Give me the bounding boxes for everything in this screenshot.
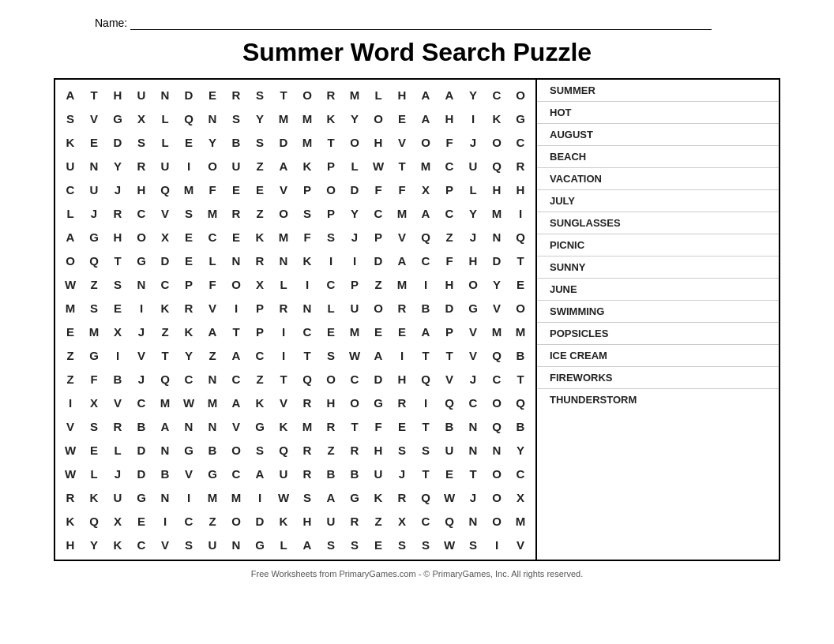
grid-cell: B xyxy=(414,296,438,320)
grid-cell: J xyxy=(82,201,106,225)
grid-cell: I xyxy=(390,343,414,367)
grid-cell: W xyxy=(343,343,366,367)
grid-cell: E xyxy=(82,438,106,462)
grid-cell: U xyxy=(438,438,461,462)
grid-cell: F xyxy=(438,249,461,272)
grid-cell: W xyxy=(58,462,82,485)
grid-cell: I xyxy=(485,533,509,556)
grid-cell: K xyxy=(106,533,130,556)
grid-cell: U xyxy=(82,178,106,201)
grid-cell: Z xyxy=(82,272,106,296)
grid-cell: E xyxy=(390,414,414,438)
grid-cell: K xyxy=(272,414,295,438)
grid-cell: S xyxy=(248,83,272,107)
grid-cell: N xyxy=(130,272,153,296)
word-item: JUNE xyxy=(537,279,779,301)
grid-cell: B xyxy=(130,414,153,438)
grid-cell: N xyxy=(272,249,295,272)
grid-cell: M xyxy=(485,201,509,225)
grid-cell: S xyxy=(414,438,438,462)
grid-cell: Q xyxy=(414,367,438,391)
word-item: POPSICLES xyxy=(537,323,779,345)
grid-cell: O xyxy=(272,201,295,225)
grid-cell: O xyxy=(319,367,343,391)
grid-cell: X xyxy=(153,225,177,249)
grid-cell: B xyxy=(224,130,248,154)
grid-cell: G xyxy=(130,485,153,509)
grid-cell: V xyxy=(82,107,106,130)
footer-text: Free Worksheets from PrimaryGames.com - … xyxy=(251,569,584,578)
grid-cell: V xyxy=(106,391,130,414)
grid-cell: K xyxy=(177,320,201,343)
grid-cell: E xyxy=(130,509,153,533)
word-item: JULY xyxy=(537,190,779,212)
grid-cell: S xyxy=(390,438,414,462)
grid-cell: S xyxy=(177,533,201,556)
grid-cell: Q xyxy=(177,107,201,130)
grid-cell: T xyxy=(272,83,295,107)
grid-cell: Z xyxy=(58,343,82,367)
grid-cell: N xyxy=(201,367,224,391)
grid-cell: T xyxy=(414,414,438,438)
grid-cell: X xyxy=(509,485,532,509)
grid-cell: H xyxy=(461,249,485,272)
grid-cell: D xyxy=(106,130,130,154)
grid-cell: H xyxy=(106,225,130,249)
grid-cell: C xyxy=(485,367,509,391)
grid-cell: R xyxy=(295,438,319,462)
grid-cell: S xyxy=(319,533,343,556)
grid-cell: K xyxy=(295,154,319,178)
grid-cell: I xyxy=(343,249,366,272)
grid-cell: M xyxy=(272,107,295,130)
grid-cell: F xyxy=(82,367,106,391)
grid-cell: M xyxy=(390,201,414,225)
grid-cell: N xyxy=(295,296,319,320)
grid-cell: G xyxy=(343,485,366,509)
grid-cell: A xyxy=(224,391,248,414)
grid-cell: L xyxy=(272,272,295,296)
grid-cell: M xyxy=(390,272,414,296)
grid-cell: E xyxy=(366,320,390,343)
grid-cell: H xyxy=(319,391,343,414)
grid-cell: I xyxy=(130,296,153,320)
grid-cell: J xyxy=(106,462,130,485)
grid-cell: G xyxy=(509,107,532,130)
grid-cell: E xyxy=(248,178,272,201)
grid-cell: S xyxy=(106,272,130,296)
grid-cell: B xyxy=(509,414,532,438)
grid-cell: O xyxy=(224,438,248,462)
grid-cell: S xyxy=(248,130,272,154)
grid-cell: D xyxy=(153,249,177,272)
puzzle-container: ATHUNDERSTORMLHAAYCOSVGXLQNSYMMKYOEAHIKG… xyxy=(54,78,780,561)
grid-cell: W xyxy=(366,154,390,178)
grid-cell: N xyxy=(177,414,201,438)
word-item: SWIMMING xyxy=(537,301,779,323)
grid-cell: A xyxy=(390,249,414,272)
grid-cell: D xyxy=(177,83,201,107)
grid-cell: J xyxy=(461,130,485,154)
grid-cell: A xyxy=(58,83,82,107)
grid-cell: R xyxy=(343,509,366,533)
grid-cell: Y xyxy=(177,343,201,367)
grid-cell: T xyxy=(82,83,106,107)
grid-cell: I xyxy=(414,272,438,296)
grid-cell: M xyxy=(272,225,295,249)
grid-cell: D xyxy=(343,178,366,201)
grid-cell: C xyxy=(177,367,201,391)
grid-cell: N xyxy=(153,485,177,509)
word-item: AUGUST xyxy=(537,124,779,146)
word-item: VACATION xyxy=(537,168,779,190)
grid-cell: E xyxy=(390,320,414,343)
grid-cell: K xyxy=(58,509,82,533)
grid-cell: V xyxy=(130,343,153,367)
grid-cell: F xyxy=(390,178,414,201)
grid-cell: T xyxy=(509,367,532,391)
grid-cell: M xyxy=(509,509,532,533)
grid-cell: I xyxy=(58,391,82,414)
grid-cell: M xyxy=(153,391,177,414)
grid-cell: E xyxy=(509,272,532,296)
grid-cell: H xyxy=(509,178,532,201)
grid-cell: C xyxy=(438,201,461,225)
grid-cell: N xyxy=(485,225,509,249)
grid-cell: C xyxy=(177,509,201,533)
